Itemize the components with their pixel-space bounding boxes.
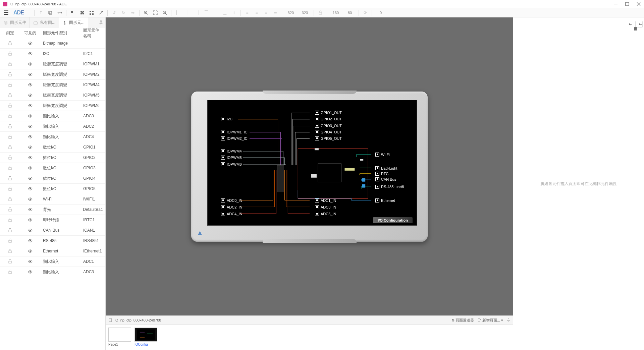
table-row[interactable]: 類比輸入ADC2	[0, 121, 105, 132]
signal-iopwm1-ic[interactable]: IOPWM1_IC	[221, 130, 248, 134]
visibility-toggle[interactable]	[20, 51, 40, 56]
table-row[interactable]: 脈衝寬度調變IOPWM6	[0, 101, 105, 111]
lock-toggle[interactable]	[0, 103, 20, 108]
signal-gpio1-out[interactable]: GPIO1_OUT	[315, 111, 342, 115]
table-row[interactable]: I2CII2C1	[0, 49, 105, 59]
signal-adc2-in[interactable]: ADC2_IN	[221, 205, 242, 209]
table-row[interactable]: 類比輸入ADC1	[0, 256, 105, 267]
align-bottom-icon[interactable]: ▁	[220, 9, 229, 17]
menu-button[interactable]: ☰	[1, 9, 11, 17]
wrench-icon[interactable]	[97, 9, 105, 17]
flip-h-icon[interactable]: ⇋	[128, 9, 137, 17]
tab-private[interactable]: 私有圖...	[30, 17, 59, 28]
signal-iopwm2-ic[interactable]: IOPWM2_IC	[221, 136, 248, 140]
signal-adc3-in[interactable]: ADC3_IN	[315, 205, 336, 209]
tab-tree[interactable]: 圖形元...	[59, 17, 88, 28]
lock-toggle[interactable]	[0, 259, 20, 264]
rotate-icon[interactable]: ⟳	[361, 9, 370, 17]
lock-icon[interactable]	[316, 9, 325, 17]
visibility-toggle[interactable]	[20, 134, 40, 139]
align-top-icon[interactable]: ▔	[202, 9, 210, 17]
lock-toggle[interactable]	[0, 41, 20, 46]
table-row[interactable]: 數位I/OGPIO4	[0, 173, 105, 184]
lock-toggle[interactable]	[0, 144, 20, 150]
signal-gpio4-out[interactable]: GPIO4_OUT	[315, 130, 342, 134]
signal-gpio3-out[interactable]: GPIO3_OUT	[315, 124, 342, 128]
align-center-icon[interactable]: │	[183, 9, 192, 17]
table-row[interactable]: RS-485IRS4851	[0, 236, 105, 246]
signal-iopwm5[interactable]: IOPWM5	[221, 156, 242, 160]
visibility-toggle[interactable]	[20, 176, 40, 181]
lock-toggle[interactable]	[0, 134, 20, 139]
visibility-toggle[interactable]	[20, 113, 40, 119]
table-row[interactable]: 背光DefaultBac	[0, 205, 105, 215]
signal-adc5-in[interactable]: ADC5_IN	[315, 212, 336, 216]
table-row[interactable]: 類比輸入ADC0	[0, 111, 105, 121]
table-row[interactable]: 數位I/OGPIO2	[0, 153, 105, 163]
visibility-toggle[interactable]	[20, 144, 40, 150]
align-text-left-icon[interactable]: ≡	[243, 9, 252, 17]
table-row[interactable]: 脈衝寬度調變IOPWM4	[0, 80, 105, 90]
table-row[interactable]: 類比輸入ADC4	[0, 132, 105, 142]
signal-i2c[interactable]: I2C	[221, 117, 232, 121]
table-row[interactable]: 脈衝寬度調變IOPWM5	[0, 90, 105, 101]
align-right-icon[interactable]: ▕	[192, 9, 201, 17]
visibility-toggle[interactable]	[20, 41, 40, 46]
visibility-toggle[interactable]	[20, 196, 40, 202]
signal-wifi[interactable]: Wi-Fi	[375, 153, 390, 157]
lock-toggle[interactable]	[0, 238, 20, 243]
table-row[interactable]: 數位I/OGPIO5	[0, 184, 105, 194]
properties-collapse-button[interactable]: ⇆ 圖形元件屬性 ⇆	[635, 21, 643, 28]
signal-ethernet[interactable]: Ethernet	[375, 198, 395, 202]
thumb-page1[interactable]: Page1	[108, 328, 131, 347]
table-row[interactable]: 脈衝寬度調變IOPWM1	[0, 59, 105, 69]
tab-graphics[interactable]: 圖形元件	[0, 17, 30, 28]
table-row[interactable]: CAN BusICAN1	[0, 225, 105, 236]
signal-adc4-in[interactable]: ADC4_IN	[221, 212, 242, 216]
thumb-ioconfig[interactable]: IOConfig	[135, 328, 157, 347]
lock-toggle[interactable]	[0, 217, 20, 223]
visibility-toggle[interactable]	[20, 238, 40, 243]
signal-rs485[interactable]: RS-485: uart8	[375, 185, 404, 189]
lock-toggle[interactable]	[0, 269, 20, 275]
align-text-right-icon[interactable]: ≡	[262, 9, 270, 17]
align-middle-icon[interactable]: ─	[211, 9, 220, 17]
minimize-button[interactable]	[613, 1, 619, 7]
visibility-toggle[interactable]	[20, 103, 40, 108]
lock-toggle[interactable]	[0, 51, 20, 56]
lock-toggle[interactable]	[0, 155, 20, 160]
lock-toggle[interactable]	[0, 248, 20, 254]
puzzle-icon[interactable]	[78, 9, 87, 17]
table-row[interactable]: 脈衝寬度調變IOPWM2	[0, 69, 105, 80]
signal-gpio2-out[interactable]: GPIO2_OUT	[315, 117, 342, 121]
new-page-button[interactable]: 新增頁面... ▾	[477, 318, 503, 323]
table-row[interactable]: Bitmap Image	[0, 38, 105, 49]
table-row[interactable]: 數位I/OGPIO1	[0, 142, 105, 153]
align-text-center-icon[interactable]: ≡	[252, 9, 261, 17]
pin-pagebar-button[interactable]	[506, 318, 511, 322]
maximize-button[interactable]	[625, 1, 630, 7]
visibility-toggle[interactable]	[20, 259, 40, 264]
visibility-toggle[interactable]	[20, 186, 40, 191]
signal-canbus[interactable]: CAN Bus	[375, 177, 396, 181]
lock-toggle[interactable]	[0, 196, 20, 202]
lock-toggle[interactable]	[0, 93, 20, 98]
visibility-toggle[interactable]	[20, 72, 40, 77]
lock-toggle[interactable]	[0, 186, 20, 191]
grid-icon[interactable]	[87, 9, 96, 17]
visibility-toggle[interactable]	[20, 228, 40, 233]
zoom-out-icon[interactable]	[160, 9, 169, 17]
signal-adc0-in[interactable]: ADC0_IN	[221, 198, 242, 202]
table-row[interactable]: Wi-FiIWIFI1	[0, 194, 105, 205]
grid-small-icon[interactable]	[68, 9, 77, 17]
lock-toggle[interactable]	[0, 82, 20, 88]
layers-icon[interactable]	[46, 9, 55, 17]
table-row[interactable]: 類比輸入ADC3	[0, 267, 105, 277]
list-icon[interactable]: ≣	[271, 9, 280, 17]
fit-screen-icon[interactable]	[151, 9, 160, 17]
visibility-toggle[interactable]	[20, 61, 40, 67]
upload-icon[interactable]	[37, 9, 45, 17]
signal-gpio5-out[interactable]: GPIO5_OUT	[315, 136, 342, 140]
table-row[interactable]: 即時時鐘IRTC1	[0, 215, 105, 225]
pin-button[interactable]	[97, 17, 105, 28]
